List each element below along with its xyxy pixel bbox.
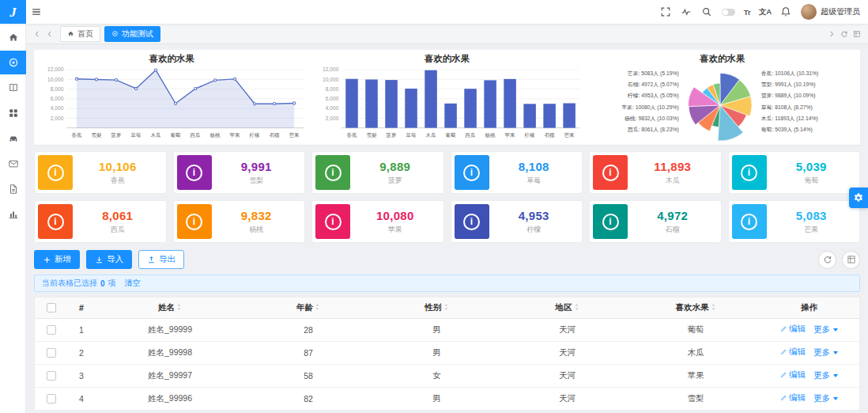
column-header-1[interactable]: 姓名 (95, 297, 245, 318)
stat-card-2[interactable]: i9,889菠萝 (311, 151, 444, 194)
more-link[interactable]: 更多 (813, 324, 838, 335)
translate-icon[interactable]: Tr (740, 8, 755, 17)
home-icon (67, 30, 74, 37)
tab-function-test[interactable]: 功能测试 (104, 26, 160, 42)
notifications-button[interactable] (776, 0, 796, 24)
column-header-5[interactable]: 喜欢水果 (632, 297, 759, 318)
more-link[interactable]: 更多 (813, 370, 838, 381)
table-refresh-button[interactable] (818, 251, 836, 269)
search-button[interactable] (696, 0, 717, 24)
stat-card-3[interactable]: i8,108草莓 (451, 151, 583, 194)
column-header-3[interactable]: 性别 (372, 297, 502, 318)
stat-card-0[interactable]: i10,106香蕉 (34, 151, 167, 194)
tab-refresh-button[interactable] (838, 26, 851, 42)
edit-link[interactable]: 编辑 (780, 369, 806, 381)
column-settings-button[interactable] (842, 251, 860, 269)
chevron-left-icon (46, 30, 54, 38)
pie-label: 雪梨: 9991人 (10.19%) (761, 79, 855, 90)
caret-down-icon (833, 351, 838, 354)
stat-card-10[interactable]: i4,972石榴 (589, 200, 722, 243)
more-link[interactable]: 更多 (813, 347, 838, 358)
caret-down-icon (833, 328, 838, 332)
stat-card-6[interactable]: i8,061西瓜 (34, 200, 167, 243)
stat-value: 9,889 (350, 160, 440, 173)
column-header-4[interactable]: 地区 (502, 297, 632, 318)
row-checkbox[interactable] (47, 371, 56, 381)
edit-link[interactable]: 编辑 (780, 324, 806, 335)
sort-icon[interactable] (315, 303, 320, 311)
tabs-scroll-left-icon[interactable] (31, 26, 43, 42)
stat-label: 草莓 (489, 176, 579, 186)
user-menu[interactable]: 超级管理员 (796, 4, 868, 20)
size-switch-toggle[interactable] (722, 9, 735, 16)
sort-icon[interactable] (574, 303, 579, 311)
pie-labels-right: 香蕉: 10106人 (10.31%)雪梨: 9991人 (10.19%)菠萝:… (761, 65, 855, 135)
sidebar-item-2[interactable] (0, 76, 26, 100)
columns-icon (847, 255, 856, 264)
sidebar-item-4[interactable] (0, 127, 26, 150)
fullscreen-button[interactable] (655, 0, 676, 24)
cell-gender: 男 (372, 387, 502, 410)
data-table: #姓名年龄性别地区喜欢水果操作 1姓名_9999928男天河葡萄编辑更多2姓名_… (34, 297, 860, 411)
svg-text:石榴: 石榴 (545, 132, 555, 138)
import-button[interactable]: 导入 (86, 250, 132, 269)
stat-card-9[interactable]: i4,953柠檬 (451, 200, 583, 243)
sidebar-item-3[interactable] (0, 101, 26, 125)
stat-card-11[interactable]: i5,083芒果 (728, 200, 861, 243)
menu-collapse-button[interactable] (26, 0, 47, 24)
cell-gender: 女 (372, 364, 502, 387)
stat-card-8[interactable]: i10,080苹果 (311, 200, 444, 243)
svg-text:12,000: 12,000 (47, 66, 64, 72)
sidebar-item-0[interactable] (0, 25, 26, 49)
svg-text:石榴: 石榴 (270, 132, 280, 138)
cell-region: 天河 (502, 364, 632, 387)
stat-label: 苹果 (350, 225, 440, 235)
cell-name: 姓名_99997 (95, 364, 245, 387)
table-row[interactable]: 3姓名_9999758女天河苹果编辑更多 (35, 364, 859, 387)
stat-label: 杨桃 (212, 225, 302, 235)
stat-card-4[interactable]: i11,893木瓜 (589, 151, 722, 194)
cell-age: 87 (245, 341, 372, 364)
tab-home[interactable]: 首页 (60, 26, 100, 42)
edit-link[interactable]: 编辑 (780, 347, 806, 358)
add-button[interactable]: 新增 (34, 250, 80, 269)
sidebar-item-6[interactable] (0, 177, 26, 201)
i18n-icon[interactable]: 文A (755, 7, 776, 17)
row-checkbox[interactable] (47, 394, 56, 404)
stat-card-1[interactable]: i9,991雪梨 (173, 151, 306, 194)
column-header-2[interactable]: 年龄 (245, 297, 372, 318)
more-link[interactable]: 更多 (813, 393, 838, 404)
table-row[interactable]: 1姓名_9999928男天河葡萄编辑更多 (35, 318, 859, 341)
select-all-checkbox[interactable] (47, 303, 56, 313)
stat-value: 9,832 (212, 209, 302, 222)
svg-text:4,000: 4,000 (51, 105, 64, 111)
row-checkbox[interactable] (47, 348, 56, 358)
tabs-scroll-right-icon[interactable] (825, 26, 838, 42)
settings-drawer-button[interactable] (849, 188, 868, 208)
sort-icon[interactable] (711, 303, 716, 311)
table-row[interactable]: 2姓名_9999887男天河木瓜编辑更多 (35, 341, 859, 364)
clear-selection-link[interactable]: 清空 (125, 278, 141, 289)
tabs-scroll-left-icon-2[interactable] (43, 26, 56, 42)
info-icon: i (38, 204, 73, 239)
sort-icon[interactable] (176, 303, 182, 311)
table-row[interactable]: 4姓名_9999682男天河雪梨编辑更多 (35, 387, 859, 410)
stat-card-7[interactable]: i9,832杨桃 (173, 200, 306, 243)
sort-icon[interactable] (443, 303, 449, 311)
sidebar-item-5[interactable] (0, 152, 26, 176)
sidebar-item-1[interactable] (0, 51, 26, 74)
sidebar-item-7[interactable] (0, 203, 26, 226)
export-button[interactable]: 导出 (138, 250, 184, 269)
stat-card-5[interactable]: i5,039葡萄 (728, 151, 861, 194)
tab-layout-button[interactable] (851, 26, 863, 42)
edit-link[interactable]: 编辑 (780, 392, 806, 404)
stat-label: 石榴 (628, 225, 718, 235)
row-checkbox[interactable] (47, 325, 56, 335)
pie-label: 芒果: 5083人 (5.19%) (591, 68, 679, 79)
selection-info-suffix: 项 (108, 278, 116, 289)
monitor-button[interactable] (676, 0, 696, 24)
svg-text:菠萝: 菠萝 (386, 132, 397, 138)
svg-text:8,000: 8,000 (326, 86, 339, 92)
svg-text:香蕉: 香蕉 (72, 132, 82, 138)
app-logo[interactable]: J (0, 0, 26, 24)
